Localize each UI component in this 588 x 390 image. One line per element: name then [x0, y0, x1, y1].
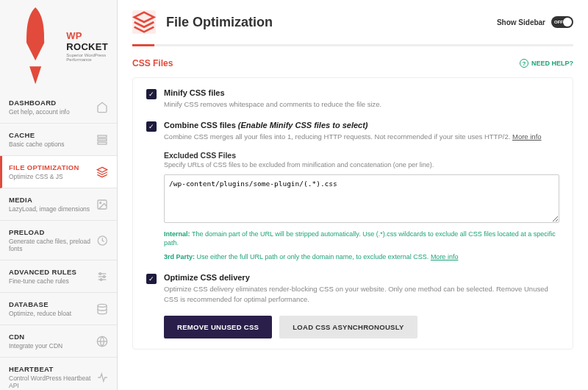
- excluded-css-desc: Specify URLs of CSS files to be excluded…: [164, 161, 559, 169]
- minify-css-desc: Minify CSS removes whitespace and commen…: [164, 99, 559, 109]
- show-sidebar-toggle[interactable]: OFF: [551, 16, 573, 28]
- svg-rect-0: [98, 135, 107, 138]
- cache-icon: [96, 134, 108, 146]
- minify-css-label: Minify CSS files: [164, 88, 559, 97]
- nav-sublabel: Integrate your CDN: [9, 342, 62, 350]
- sidebar-item-dashboard[interactable]: DASHBOARDGet help, account info: [0, 91, 117, 124]
- remove-unused-css-button[interactable]: REMOVE UNUSED CSS: [164, 316, 272, 338]
- nav-sublabel: Basic cache options: [9, 141, 65, 148]
- sidebar-item-file-optimization[interactable]: FILE OPTIMIZATIONOptimize CSS & JS: [0, 156, 117, 188]
- nav-sublabel: Get help, account info: [9, 108, 70, 116]
- need-help-link[interactable]: ? NEED HELP?: [520, 59, 573, 68]
- optimize-delivery-desc: Optimize CSS delivery eliminates render-…: [164, 284, 559, 304]
- nav-sublabel: LazyLoad, image dimensions: [9, 205, 90, 213]
- excluded-css-textarea[interactable]: [164, 174, 559, 223]
- svg-marker-16: [135, 13, 154, 22]
- load-css-async-button[interactable]: LOAD CSS ASYNCHRONOUSLY: [279, 316, 417, 338]
- svg-rect-2: [98, 142, 107, 144]
- svg-point-5: [100, 202, 101, 204]
- combine-css-desc: Combine CSS merges all your files into 1…: [164, 132, 559, 141]
- globe-icon: [96, 336, 108, 347]
- home-icon: [96, 102, 108, 113]
- nav-label: FILE OPTIMIZATION: [9, 163, 79, 171]
- nav-label: HEARTBEAT: [9, 365, 97, 373]
- svg-rect-1: [98, 139, 107, 141]
- sidebar-item-advanced-rules[interactable]: ADVANCED RULESFine-tune cache rules: [0, 260, 117, 293]
- brand-subtitle: Superior WordPress Performance: [66, 53, 108, 62]
- nav-label: DATABASE: [9, 300, 71, 308]
- sidebar-item-media[interactable]: MEDIALazyLoad, image dimensions: [0, 188, 117, 221]
- layers-icon: [96, 166, 108, 178]
- sidebar-item-database[interactable]: DATABASEOptimize, reduce bloat: [0, 293, 117, 325]
- main-panel: File Optimization Show Sidebar OFF CSS F…: [118, 0, 588, 390]
- optimize-delivery-checkbox[interactable]: ✓: [146, 274, 157, 284]
- show-sidebar-control: Show Sidebar OFF: [497, 16, 573, 28]
- toggle-off-label: OFF: [554, 20, 563, 24]
- sidebar-item-cdn[interactable]: CDNIntegrate your CDN: [0, 325, 117, 358]
- svg-point-13: [98, 304, 107, 307]
- hint-internal: Internal: The domain part of the URL wil…: [164, 230, 559, 248]
- nav-sublabel: Optimize, reduce bloat: [9, 310, 71, 317]
- nav-label: CACHE: [9, 131, 65, 139]
- nav-sublabel: Control WordPress Heartbeat API: [9, 375, 97, 389]
- brand-wp: WP: [66, 30, 82, 41]
- brand-rocket: ROCKET: [66, 41, 108, 52]
- css-files-panel: ✓ Minify CSS files Minify CSS removes wh…: [132, 77, 573, 350]
- rocket-icon: [9, 7, 62, 84]
- heart-icon: [97, 372, 108, 383]
- sliders-icon: [96, 271, 108, 283]
- need-help-label: NEED HELP?: [531, 60, 573, 67]
- show-sidebar-label: Show Sidebar: [497, 18, 545, 26]
- nav-label: DASHBOARD: [9, 99, 70, 107]
- clock-icon: [97, 235, 108, 247]
- nav-label: ADVANCED RULES: [9, 268, 76, 276]
- layers-icon: [132, 10, 156, 34]
- nav-sublabel: Fine-tune cache rules: [9, 277, 76, 285]
- help-icon: ?: [520, 59, 528, 68]
- sidebar-item-heartbeat[interactable]: HEARTBEATControl WordPress Heartbeat API: [0, 358, 117, 390]
- combine-more-info-link[interactable]: More info: [512, 132, 542, 141]
- minify-css-checkbox[interactable]: ✓: [146, 89, 157, 99]
- optimize-delivery-label: Optimize CSS delivery: [164, 273, 559, 282]
- image-icon: [96, 199, 108, 210]
- content-area: CSS Files ? NEED HELP? ✓ Minify CSS file…: [118, 46, 588, 390]
- nav-label: CDN: [9, 333, 62, 341]
- nav-sublabel: Optimize CSS & JS: [9, 173, 79, 180]
- nav-sublabel: Generate cache files, preload fonts: [9, 238, 97, 252]
- page-title: File Optimization: [166, 15, 273, 30]
- nav-label: PRELOAD: [9, 228, 97, 236]
- sidebar-item-preload[interactable]: PRELOADGenerate cache files, preload fon…: [0, 221, 117, 260]
- combine-css-checkbox[interactable]: ✓: [146, 121, 157, 132]
- third-party-more-info-link[interactable]: More info: [431, 253, 459, 260]
- section-title: CSS Files: [132, 58, 173, 68]
- nav-label: MEDIA: [9, 196, 90, 204]
- brand-logo: WP ROCKET Superior WordPress Performance: [0, 0, 117, 91]
- page-header: File Optimization Show Sidebar OFF: [118, 0, 588, 44]
- svg-marker-3: [97, 167, 107, 172]
- db-icon: [96, 303, 108, 315]
- sidebar: WP ROCKET Superior WordPress Performance…: [0, 0, 118, 390]
- sidebar-item-cache[interactable]: CACHEBasic cache options: [0, 124, 117, 156]
- combine-css-label: Combine CSS files (Enable Minify CSS fil…: [164, 121, 559, 130]
- excluded-css-label: Excluded CSS Files: [164, 151, 559, 160]
- hint-third-party: 3rd Party: Use either the full URL path …: [164, 252, 559, 262]
